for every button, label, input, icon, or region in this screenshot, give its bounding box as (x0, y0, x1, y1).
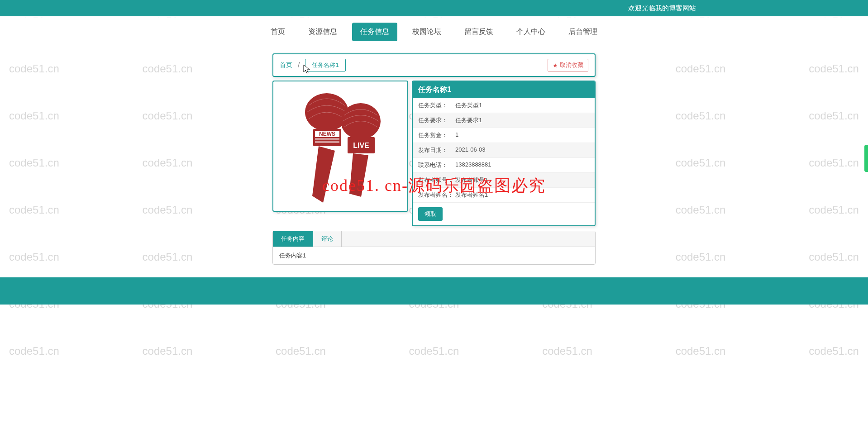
tabs-head: 任务内容 评论 (273, 231, 595, 247)
nav-tasks[interactable]: 任务信息 (352, 23, 397, 41)
svg-text:LIVE: LIVE (353, 142, 369, 149)
task-info-panel: 任务名称1 任务类型：任务类型1 任务要求：任务要求1 任务赏金：1 发布日期：… (412, 81, 596, 226)
info-row-date: 发布日期：2021-06-03 (413, 143, 595, 158)
breadcrumb-home[interactable]: 首页 (280, 61, 292, 69)
info-row-publisher-account: 发布者账号：发布者账号1 (413, 173, 595, 188)
tab-body: 任务内容1 (273, 247, 595, 264)
nav-resources[interactable]: 资源信息 (300, 23, 345, 41)
tabs-panel: 任务内容 评论 任务内容1 (272, 231, 596, 265)
task-title: 任务名称1 (413, 81, 595, 98)
breadcrumb-panel: 首页 / 任务名称1 ★ 取消收藏 (272, 53, 596, 77)
side-feedback-strip[interactable] (864, 145, 868, 172)
welcome-text: 欢迎光临我的博客网站 (628, 4, 696, 13)
nav-home[interactable]: 首页 (262, 23, 293, 41)
info-row-requirement: 任务要求：任务要求1 (413, 113, 595, 128)
accept-task-button[interactable]: 领取 (418, 207, 443, 221)
tab-comments[interactable]: 评论 (313, 231, 342, 247)
cancel-favorite-button[interactable]: ★ 取消收藏 (548, 59, 588, 71)
task-image-panel: NEWS LIVE (272, 81, 408, 212)
breadcrumb-separator: / (298, 61, 300, 69)
svg-rect-4 (315, 138, 339, 140)
main-nav: 首页 资源信息 任务信息 校园论坛 留言反馈 个人中心 后台管理 (0, 18, 868, 45)
nav-feedback[interactable]: 留言反馈 (456, 23, 501, 41)
svg-text:NEWS: NEWS (319, 131, 335, 137)
nav-forum[interactable]: 校园论坛 (404, 23, 449, 41)
star-icon: ★ (553, 62, 558, 69)
svg-rect-5 (315, 141, 339, 143)
fav-label: 取消收藏 (560, 61, 583, 69)
breadcrumb-current[interactable]: 任务名称1 (305, 59, 345, 71)
tab-task-content[interactable]: 任务内容 (273, 231, 313, 247)
microphone-news-icon: NEWS LIVE (286, 87, 395, 205)
info-row-publisher-name: 发布者姓名：发布者姓名1 (413, 188, 595, 203)
nav-admin[interactable]: 后台管理 (560, 23, 606, 41)
info-row-phone: 联系电话：13823888881 (413, 158, 595, 173)
nav-profile[interactable]: 个人中心 (508, 23, 553, 41)
info-row-type: 任务类型：任务类型1 (413, 98, 595, 113)
footer-band (0, 277, 868, 305)
top-banner: 欢迎光临我的博客网站 (0, 0, 868, 16)
info-row-reward: 任务赏金：1 (413, 128, 595, 143)
